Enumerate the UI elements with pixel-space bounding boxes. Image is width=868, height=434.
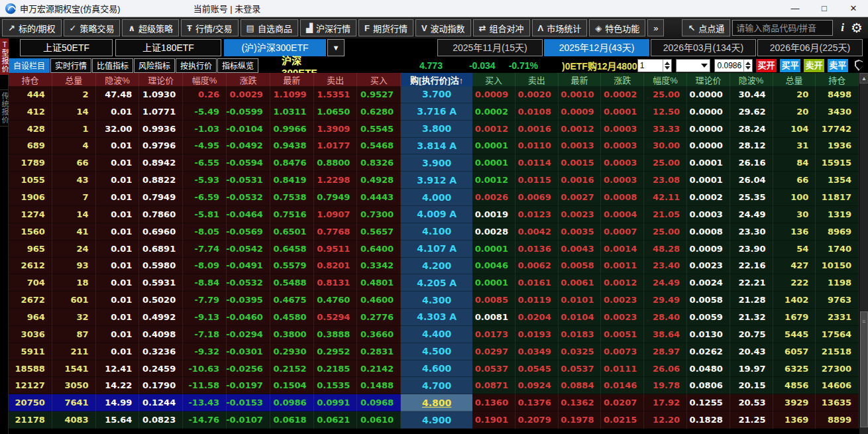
expiry-tab-1[interactable]: 2025年11月(15天) [437,39,543,56]
minimize-button[interactable]: — [781,0,810,17]
table-row[interactable]: 18588154112.410.2459-10.63-0.02560.21520… [9,360,859,378]
table-row[interactable]: 12127305014.220.1790-11.58-0.01970.15040… [9,377,859,394]
price-spinner-arrows[interactable] [743,60,752,72]
scroll-up-arrow-icon[interactable]: ▲ [859,73,868,83]
table-row[interactable]: 1055430.010.8822-5.93-0.05310.84191.2298… [9,172,859,189]
expiry-tab-3[interactable]: 2026年03月(134天) [651,39,756,56]
header-call-iv[interactable]: 隐波% [96,73,140,86]
toolbar-button-2[interactable]: ✓策略交易 [64,19,121,36]
header-call-last[interactable]: 最新 [270,73,314,86]
quantity-stepper[interactable]: 1 [637,59,672,72]
view-tab-5[interactable]: 按执行价 [176,58,217,73]
header-strike[interactable]: 购[执行价]沽↑ [401,73,472,86]
table-row[interactable]: 964320.010.4992-9.13-0.04600.45800.52940… [9,309,859,326]
strike-cell[interactable]: 4.400 [401,326,472,343]
toolbar-button-8[interactable]: V波动指数 [415,19,471,36]
header-call-chg-pct[interactable]: 幅度% [183,73,227,86]
table-row[interactable]: 428132.000.9936-1.03-0.01040.99661.39090… [9,121,859,138]
tab-sse180etf[interactable]: 上证180ETF [115,39,221,56]
expiry-tab-2[interactable]: 2025年12月(43天) [544,39,649,56]
strike-cell[interactable]: 4.205 A [401,274,472,292]
sidebar-tab-classic-quote[interactable]: 传统报价 [0,89,9,127]
tab-sse50etf[interactable]: 上证50ETF [20,39,113,56]
shield-icon[interactable] [855,60,863,71]
toolbar-button-9[interactable]: ⇄组合对冲 [473,19,530,36]
toolbar-button-1[interactable]: ↗标的/期权 [2,19,62,36]
product-dropdown-button[interactable]: ▼ [327,39,345,56]
strike-cell[interactable]: 4.600 [401,360,472,378]
header-call-ask[interactable]: 卖出 [314,73,358,86]
buy-open-button[interactable]: 买开 [756,59,777,72]
header-put-volume[interactable]: 总量 [773,73,816,86]
vertical-scrollbar[interactable]: ▲ ≡ [859,73,868,434]
gear-icon[interactable]: ⚙ [851,20,863,36]
strike-cell[interactable]: 3.716 A [401,103,472,121]
strike-cell[interactable]: 4.500 [401,343,472,360]
table-row[interactable]: 59112110.010.3236-9.32-0.03010.29300.295… [9,343,859,360]
header-put-theo[interactable]: 理论价 [687,73,730,86]
strike-cell[interactable]: 4.700 [401,377,472,394]
strike-cell[interactable]: 4.009 A [401,206,472,223]
price-stepper[interactable]: 0.0986 [714,59,753,72]
view-tab-6[interactable]: 指标纵览 [217,58,258,73]
toolbar-button-6[interactable]: ▟沪深行情 [300,19,356,36]
table-row[interactable]: 704180.010.5931-8.84-0.05320.54880.81310… [9,274,859,292]
strike-cell[interactable]: 4.000 [401,189,472,206]
header-put-last[interactable]: 最新 [559,73,602,86]
table-row[interactable]: 20750764114.990.1244-13.43-0.01530.09860… [9,394,859,411]
header-put-ask[interactable]: 卖出 [515,73,559,86]
toolbar-button-12[interactable]: » [647,19,664,36]
strike-cell[interactable]: 3.814 A [401,138,472,155]
toolbar-button-4[interactable]: Ŧ行情/交易 [181,19,239,36]
header-call-position[interactable]: 持仓 [9,73,52,86]
strike-cell[interactable]: 4.900 [401,411,472,429]
diandiantong-button[interactable]: ↖ 点点通 [682,19,730,36]
strike-cell[interactable]: 3.800 [401,121,472,138]
table-row[interactable]: 190670.010.7949-6.59-0.05320.75380.79490… [9,189,859,206]
header-put-chg-pct[interactable]: 幅度% [644,73,687,86]
buy-close-button[interactable]: 买平 [780,59,800,72]
table-row[interactable]: 1560410.010.6960-8.05-0.05690.65010.7768… [9,223,859,241]
table-row[interactable]: 444247.481.09300.260.00291.10991.53510.9… [9,86,859,103]
strike-cell[interactable]: 3.912 A [401,172,472,189]
view-tab-1[interactable]: 自设栏目 [9,58,50,73]
header-call-theo[interactable]: 理论价 [139,73,183,86]
table-row[interactable]: 3036870.010.4098-7.18-0.02940.38000.3888… [9,326,859,343]
strike-cell[interactable]: 3.900 [401,154,472,172]
sidebar-tab-t-quote[interactable]: T型报价 [0,38,9,75]
scrollbar-thumb[interactable]: ≡ [860,311,868,427]
table-row[interactable]: 965240.010.6891-7.74-0.05420.64580.95110… [9,241,859,258]
strike-cell[interactable]: 4.100 [401,223,472,241]
header-call-bid[interactable]: 买入 [357,73,401,86]
expiry-tab-4[interactable]: 2026年06月(225天) [757,39,863,56]
table-row[interactable]: 1274140.010.7860-5.81-0.04640.75161.0907… [9,206,859,223]
view-tab-3[interactable]: 比值指标 [92,58,133,73]
strike-cell[interactable]: 4.303 A [401,309,472,326]
table-row[interactable]: 26726010.010.5020-7.79-0.03950.46750.476… [9,292,859,309]
strike-cell[interactable]: 4.107 A [401,241,472,258]
header-call-chg[interactable]: 涨跌 [227,73,270,86]
table-row[interactable]: 1789660.010.8942-6.55-0.05940.84760.8800… [9,154,859,172]
close-button[interactable]: ✕ [839,0,868,17]
header-put-bid[interactable]: 买入 [472,73,515,86]
strike-cell[interactable]: 4.800 [401,394,472,411]
toolbar-button-7[interactable]: F期货行情 [358,19,413,36]
toolbar-button-11[interactable]: ◈特色功能 [589,19,645,36]
price-type-dropdown[interactable] [676,59,710,72]
header-put-chg[interactable]: 涨跌 [601,73,644,86]
strike-cell[interactable]: 4.200 [401,258,472,275]
view-tab-4[interactable]: 风险指标 [134,58,175,73]
table-row[interactable]: 2612930.010.5980-8.09-0.04910.55790.8201… [9,258,859,275]
view-tab-2[interactable]: 实时行情 [50,58,91,73]
toolbar-button-5[interactable]: ▤自选商品 [241,19,298,36]
sell-close-button[interactable]: 卖平 [828,59,848,72]
header-put-position[interactable]: 持仓 [816,73,859,86]
header-call-volume[interactable]: 总量 [52,73,96,86]
header-put-iv[interactable]: 隐波% [730,73,773,86]
strike-cell[interactable]: 4.300 [401,292,472,309]
symbol-search-input[interactable] [732,20,833,36]
sell-open-button[interactable]: 卖开 [804,59,824,72]
table-row[interactable]: 412140.011.0771-5.49-0.05991.03111.06500… [9,103,859,121]
maximize-button[interactable]: □ [810,0,839,17]
toolbar-button-3[interactable]: ∧超级策略 [122,19,179,36]
